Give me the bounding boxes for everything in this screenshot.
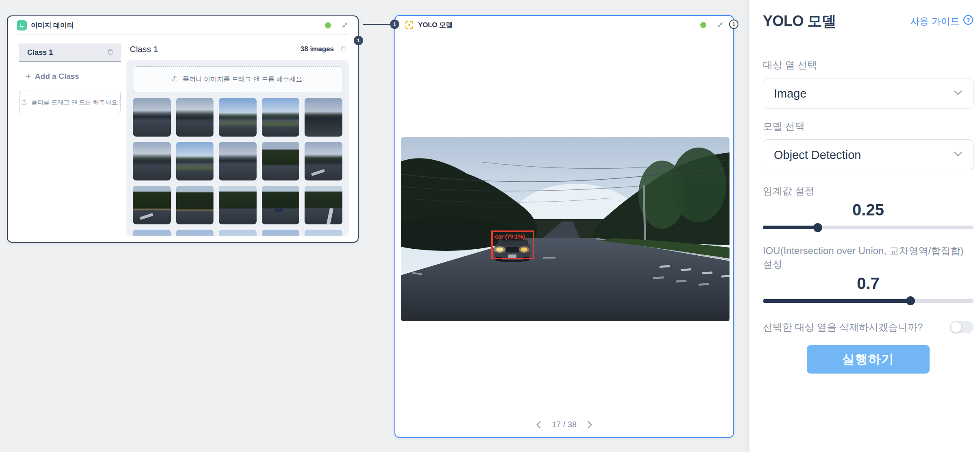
target-column-label: 대상 열 선택 — [763, 58, 973, 72]
question-circle-icon: ? — [963, 15, 973, 28]
image-thumbnail[interactable] — [219, 142, 257, 180]
yolo-model-node[interactable]: 1 YOLO 모델 — [394, 15, 734, 438]
image-thumbnail[interactable] — [262, 230, 300, 236]
threshold-label: 임계값 설정 — [763, 184, 973, 198]
image-thumbnail[interactable] — [219, 186, 257, 224]
guide-link-label: 사용 가이드 — [910, 15, 960, 28]
image-thumbnail[interactable] — [176, 98, 214, 137]
yolo-node-header[interactable]: YOLO 모델 — [395, 16, 733, 34]
image-thumbnail[interactable] — [133, 98, 171, 137]
image-data-node[interactable]: 이미지 데이터 Class 1 — [7, 15, 359, 243]
page-indicator: 17 / 38 — [552, 420, 577, 429]
thumbnail-grid — [133, 98, 342, 236]
yolo-node-title: YOLO 모델 — [418, 20, 453, 30]
image-thumbnail[interactable] — [176, 186, 214, 224]
output-port[interactable]: 1 — [729, 20, 738, 29]
node-status-dot — [700, 22, 706, 28]
upload-icon — [21, 98, 28, 106]
image-thumbnail[interactable] — [305, 142, 342, 180]
thumbnail-scroll-area[interactable]: 폴더나 이미지를 드래그 앤 드롭 해주세요. — [126, 60, 349, 236]
model-select-value: Object Detection — [774, 148, 954, 162]
chevron-down-icon — [954, 90, 963, 97]
threshold-slider[interactable] — [763, 226, 973, 229]
target-column-value: Image — [774, 87, 954, 100]
focus-icon — [404, 20, 414, 30]
image-thumbnail[interactable] — [262, 142, 300, 180]
image-dropzone-text: 폴더나 이미지를 드래그 앤 드롭 해주세요. — [183, 75, 304, 84]
image-thumbnail[interactable] — [262, 186, 300, 224]
run-button[interactable]: 실행하기 — [807, 345, 930, 374]
divider — [404, 34, 724, 34]
image-count-badge: 38 images — [301, 45, 334, 53]
svg-text:?: ? — [967, 17, 970, 23]
delete-column-question: 선택한 대상 열을 삭제하시겠습니까? — [763, 321, 950, 334]
trash-icon[interactable] — [107, 48, 114, 57]
detection-label: car (79.1%) — [495, 233, 525, 240]
folder-dropzone[interactable]: 폴더를 드래그 앤 드롭 해주세요. — [19, 91, 121, 114]
image-thumbnail[interactable] — [262, 98, 300, 137]
panel-title: YOLO 모델 — [763, 11, 836, 31]
add-class-button[interactable]: + Add a Class — [19, 71, 121, 82]
image-thumbnail[interactable] — [176, 142, 214, 180]
image-thumbnail[interactable] — [305, 98, 342, 137]
yolo-settings-panel: YOLO 모델 사용 가이드 ? 대상 열 선택 Image 모델 선택 Obj… — [749, 0, 980, 452]
pagination: 17 / 38 — [395, 420, 733, 429]
chevron-down-icon — [954, 151, 963, 159]
class-gallery: Class 1 38 images — [126, 43, 349, 236]
image-thumbnail[interactable] — [176, 230, 214, 236]
connection-edge — [363, 24, 391, 25]
model-select-label: 모델 선택 — [763, 120, 973, 133]
class-list-item[interactable]: Class 1 — [19, 43, 121, 62]
image-thumbnail[interactable] — [305, 186, 342, 224]
collapse-icon[interactable] — [341, 21, 349, 29]
class-sidebar: Class 1 + Add a Class — [19, 43, 121, 236]
image-thumbnail[interactable] — [219, 230, 257, 236]
usage-guide-link[interactable]: 사용 가이드 ? — [910, 15, 973, 28]
iou-slider[interactable] — [763, 299, 973, 303]
image-thumbnail[interactable] — [133, 142, 171, 180]
iou-slider-handle[interactable] — [763, 299, 910, 303]
image-thumbnail[interactable] — [133, 186, 171, 224]
gallery-class-name: Class 1 — [130, 44, 301, 54]
threshold-slider-handle[interactable] — [763, 226, 818, 229]
node-status-dot — [325, 22, 331, 28]
folder-dropzone-text: 폴더를 드래그 앤 드롭 해주세요. — [31, 99, 119, 106]
input-port[interactable]: 1 — [390, 20, 399, 29]
prev-page-icon[interactable] — [534, 420, 543, 429]
output-port[interactable]: 1 — [354, 36, 363, 45]
image-dropzone[interactable]: 폴더나 이미지를 드래그 앤 드롭 해주세요. — [133, 66, 342, 92]
image-thumbnail[interactable] — [133, 230, 171, 236]
iou-label: IOU(Intersection over Union, 교차영역/합집합) 설… — [763, 244, 973, 271]
pipeline-canvas[interactable]: 이미지 데이터 Class 1 — [0, 0, 980, 452]
iou-value: 0.7 — [763, 274, 973, 293]
trash-icon[interactable] — [340, 45, 347, 54]
class-name-label: Class 1 — [27, 48, 107, 57]
plus-icon: + — [26, 71, 31, 82]
next-page-icon[interactable] — [586, 420, 595, 429]
add-class-label: Add a Class — [35, 72, 79, 81]
upload-icon — [171, 75, 179, 84]
collapse-icon[interactable] — [716, 21, 724, 29]
target-column-select[interactable]: Image — [763, 78, 973, 109]
delete-column-toggle[interactable] — [950, 321, 973, 333]
image-thumbnail[interactable] — [219, 98, 257, 137]
image-thumbnail[interactable] — [305, 230, 342, 236]
image-data-node-title: 이미지 데이터 — [31, 21, 74, 30]
image-data-node-header[interactable]: 이미지 데이터 — [8, 16, 358, 34]
detection-image: car (79.1%) — [401, 137, 730, 321]
threshold-value: 0.25 — [763, 201, 973, 219]
model-select[interactable]: Object Detection — [763, 139, 973, 170]
image-icon — [17, 20, 27, 30]
